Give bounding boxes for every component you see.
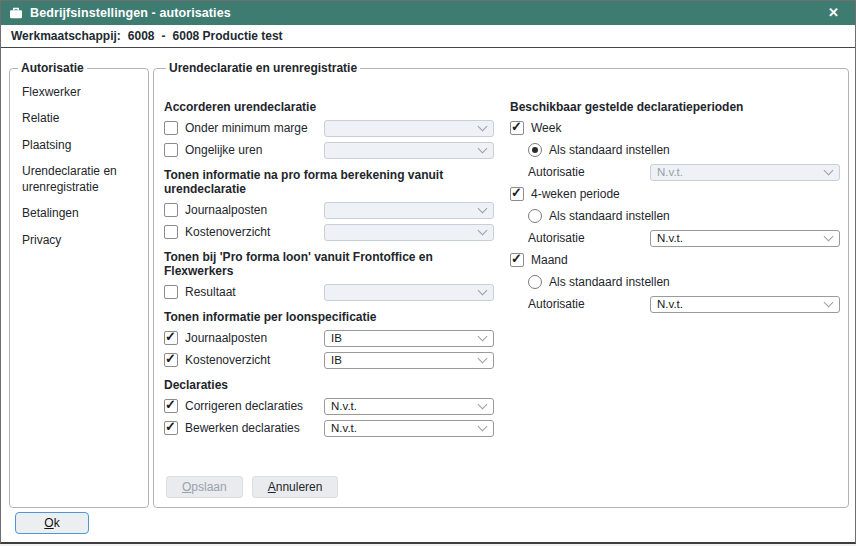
select-value: N.v.t. [331, 400, 479, 412]
chevron-down-icon [478, 122, 488, 132]
autorisatie-label: Autorisatie [528, 231, 650, 245]
sidebar-item-flexwerker[interactable]: Flexwerker [16, 79, 142, 106]
vier-weken-autorisatie-select[interactable]: N.v.t. [650, 230, 840, 247]
setting-row: Resultaat [164, 283, 494, 301]
setting-label: Journaalposten [185, 331, 324, 345]
resultaat-checkbox[interactable] [164, 285, 178, 299]
chevron-down-icon [478, 286, 488, 296]
ok-button[interactable]: Ok [15, 512, 89, 534]
kostenoverzicht-proforma-checkbox[interactable] [164, 225, 178, 239]
setting-label: Onder minimum marge [185, 121, 324, 135]
setting-row: Corrigeren declaraties N.v.t. [164, 397, 494, 415]
bewerken-declaraties-select[interactable]: N.v.t. [324, 420, 494, 437]
chevron-down-icon [478, 332, 488, 342]
chevron-down-icon [478, 226, 488, 236]
setting-label: Ongelijke uren [185, 143, 324, 157]
setting-label: Resultaat [185, 285, 324, 299]
corrigeren-declaraties-checkbox[interactable] [164, 399, 178, 413]
ongelijke-uren-select[interactable] [324, 142, 494, 159]
settings-panel: Urendeclaratie en urenregistratie Accord… [153, 61, 849, 508]
onder-minimum-marge-checkbox[interactable] [164, 121, 178, 135]
select-value: N.v.t. [657, 166, 825, 178]
section-heading: Tonen informatie per loonspecificatie [164, 310, 494, 324]
period-row: 4-weken periode [510, 185, 840, 203]
toolbox-icon [9, 7, 23, 19]
maand-autorisatie-select[interactable]: N.v.t. [650, 296, 840, 313]
content-area: Autorisatie Flexwerker Relatie Plaatsing… [1, 48, 855, 542]
autorisatie-label: Autorisatie [528, 297, 650, 311]
radio-row: Als standaard instellen [528, 207, 840, 225]
select-value: N.v.t. [331, 422, 479, 434]
setting-row: Journaalposten IB [164, 329, 494, 347]
radio-label: Als standaard instellen [549, 275, 840, 289]
select-value: IB [331, 354, 479, 366]
chevron-down-icon [478, 204, 488, 214]
select-value: IB [331, 332, 479, 344]
ongelijke-uren-checkbox[interactable] [164, 143, 178, 157]
titlebar: Bedrijfsinstellingen - autorisaties ✕ [1, 1, 855, 25]
chevron-down-icon [478, 354, 488, 364]
setting-row: Kostenoverzicht [164, 223, 494, 241]
sidebar-item-plaatsing[interactable]: Plaatsing [16, 132, 142, 159]
resultaat-select[interactable] [324, 284, 494, 301]
section-heading: Accorderen urendeclaratie [164, 100, 494, 114]
setting-label: Kostenoverzicht [185, 225, 324, 239]
maand-default-radio[interactable] [528, 275, 542, 289]
chevron-down-icon [824, 298, 834, 308]
chevron-down-icon [824, 166, 834, 176]
period-label: Week [531, 121, 840, 135]
journaalposten-loon-select[interactable]: IB [324, 330, 494, 347]
kostenoverzicht-proforma-select[interactable] [324, 224, 494, 241]
sidebar-item-privacy[interactable]: Privacy [16, 228, 142, 255]
journaalposten-proforma-checkbox[interactable] [164, 203, 178, 217]
week-checkbox[interactable] [510, 121, 524, 135]
radio-label: Als standaard instellen [549, 143, 840, 157]
setting-row: Ongelijke uren [164, 141, 494, 159]
bewerken-declaraties-checkbox[interactable] [164, 421, 178, 435]
radio-label: Als standaard instellen [549, 209, 840, 223]
chevron-down-icon [478, 400, 488, 410]
setting-label: Corrigeren declaraties [185, 399, 324, 413]
autorisatie-row: Autorisatie N.v.t. [510, 295, 840, 313]
maand-checkbox[interactable] [510, 253, 524, 267]
kostenoverzicht-loon-select[interactable]: IB [324, 352, 494, 369]
cancel-button[interactable]: Annuleren [252, 476, 339, 498]
autorisatie-row: Autorisatie N.v.t. [510, 163, 840, 181]
corrigeren-declaraties-select[interactable]: N.v.t. [324, 398, 494, 415]
journaalposten-loon-checkbox[interactable] [164, 331, 178, 345]
autorisatie-row: Autorisatie N.v.t. [510, 229, 840, 247]
journaalposten-proforma-select[interactable] [324, 202, 494, 219]
window-title: Bedrijfsinstellingen - autorisaties [30, 6, 231, 20]
setting-row: Journaalposten [164, 201, 494, 219]
week-default-radio[interactable] [528, 143, 542, 157]
save-button[interactable]: Opslaan [166, 476, 243, 498]
window: Bedrijfsinstellingen - autorisaties ✕ We… [0, 0, 856, 544]
company-label: Werkmaatschappij: [11, 29, 121, 43]
panel-legend: Urendeclaratie en urenregistratie [166, 61, 360, 75]
sidebar-legend: Autorisatie [18, 61, 87, 75]
close-icon[interactable]: ✕ [820, 1, 847, 25]
section-heading: Tonen informatie na pro forma berekening… [164, 168, 494, 196]
radio-row: Als standaard instellen [528, 141, 840, 159]
setting-row: Bewerken declaraties N.v.t. [164, 419, 494, 437]
period-label: Maand [531, 253, 840, 267]
sidebar-item-relatie[interactable]: Relatie [16, 106, 142, 133]
company-code: 6008 [128, 29, 155, 43]
section-heading: Tonen bij 'Pro forma loon' vanuit Fronto… [164, 250, 494, 278]
kostenoverzicht-loon-checkbox[interactable] [164, 353, 178, 367]
company-separator: - [162, 29, 166, 43]
sidebar-item-urendeclaratie[interactable]: Urendeclaratie en urenregistratie [16, 159, 142, 201]
vier-weken-default-radio[interactable] [528, 209, 542, 223]
sidebar-item-betalingen[interactable]: Betalingen [16, 201, 142, 228]
setting-row: Onder minimum marge [164, 119, 494, 137]
onder-minimum-marge-select[interactable] [324, 120, 494, 137]
chevron-down-icon [478, 144, 488, 154]
chevron-down-icon [824, 232, 834, 242]
company-name: 6008 Productie test [173, 29, 283, 43]
period-4-weken: 4-weken periode Als standaard instellen … [510, 185, 840, 247]
setting-label: Kostenoverzicht [185, 353, 324, 367]
period-maand: Maand Als standaard instellen Autorisati… [510, 251, 840, 313]
period-week: Week Als standaard instellen Autorisatie… [510, 119, 840, 181]
week-autorisatie-select[interactable]: N.v.t. [650, 164, 840, 181]
vier-weken-checkbox[interactable] [510, 187, 524, 201]
